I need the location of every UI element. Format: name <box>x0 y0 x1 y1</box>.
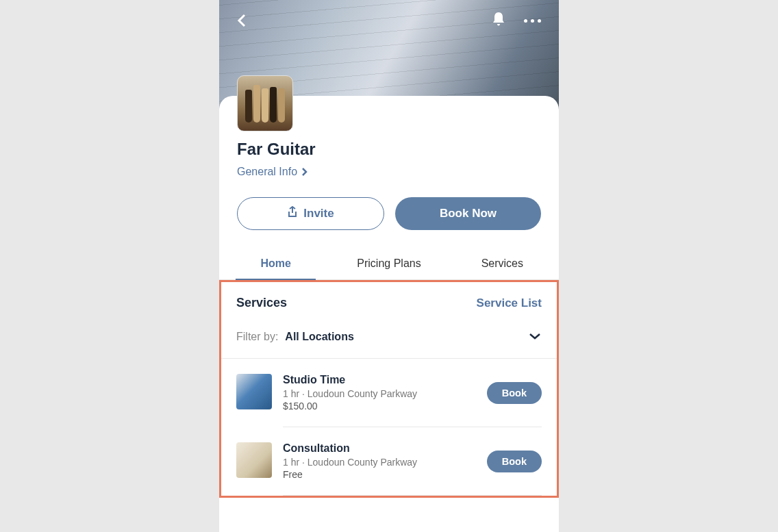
services-section-title: Services <box>236 296 287 310</box>
back-button[interactable] <box>231 10 252 31</box>
service-meta: 1 hr · Loudoun County Parkway <box>283 457 476 468</box>
book-button[interactable]: Book <box>487 451 542 472</box>
filter-left: Filter by: All Locations <box>236 331 354 343</box>
service-price: $150.00 <box>283 401 476 411</box>
invite-button[interactable]: Invite <box>237 197 384 230</box>
more-options-icon[interactable] <box>518 14 547 28</box>
service-item-consultation[interactable]: Consultation 1 hr · Loudoun County Parkw… <box>221 427 557 495</box>
content-card: Far Guitar General Info Invite Book Now … <box>219 96 559 532</box>
chevron-right-icon <box>301 167 308 177</box>
tabs: Home Pricing Plans Services <box>219 246 559 280</box>
action-buttons: Invite Book Now <box>219 190 559 246</box>
chevron-down-icon <box>528 332 542 340</box>
business-title: Far Guitar <box>237 140 541 159</box>
logo-visual <box>238 76 292 131</box>
service-name: Studio Time <box>283 374 476 386</box>
services-header: Services Service List <box>221 282 557 322</box>
service-list-link[interactable]: Service List <box>477 296 542 310</box>
general-info-link[interactable]: General Info <box>237 166 541 178</box>
service-thumbnail <box>236 374 272 409</box>
filter-label: Filter by: <box>236 331 278 343</box>
book-now-button[interactable]: Book Now <box>395 197 541 230</box>
share-icon <box>287 206 298 222</box>
top-bar <box>219 0 559 41</box>
tab-label: Services <box>481 257 523 269</box>
service-info: Consultation 1 hr · Loudoun County Parkw… <box>283 442 476 480</box>
book-button[interactable]: Book <box>487 382 542 404</box>
service-name: Consultation <box>283 442 476 455</box>
invite-label: Invite <box>303 207 334 220</box>
filter-dropdown-toggle[interactable] <box>528 331 542 343</box>
tab-label: Home <box>260 257 290 269</box>
service-price: Free <box>283 469 476 480</box>
service-meta: 1 hr · Loudoun County Parkway <box>283 388 476 399</box>
tab-pricing-plans[interactable]: Pricing Plans <box>332 246 445 279</box>
book-now-label: Book Now <box>440 207 497 220</box>
notification-bell-icon[interactable] <box>491 11 506 30</box>
service-item-studio-time[interactable]: Studio Time 1 hr · Loudoun County Parkwa… <box>221 359 557 427</box>
services-highlighted-section: Services Service List Filter by: All Loc… <box>219 280 559 498</box>
tab-services[interactable]: Services <box>446 246 559 279</box>
service-info: Studio Time 1 hr · Loudoun County Parkwa… <box>283 374 476 411</box>
tab-home[interactable]: Home <box>219 246 332 279</box>
service-thumbnail <box>236 442 272 478</box>
top-right-actions <box>491 11 547 30</box>
general-info-label: General Info <box>237 166 297 178</box>
app-screen: Far Guitar General Info Invite Book Now … <box>219 0 559 532</box>
filter-value: All Locations <box>285 331 353 343</box>
business-logo <box>237 75 293 131</box>
divider <box>283 495 542 496</box>
filter-row[interactable]: Filter by: All Locations <box>221 322 557 358</box>
tab-label: Pricing Plans <box>357 257 421 269</box>
